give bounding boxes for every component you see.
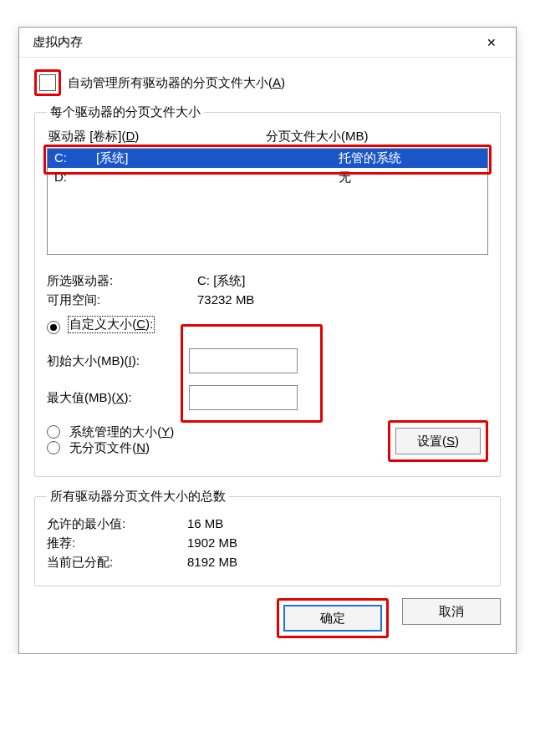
totals-group: 所有驱动器分页文件大小的总数 允许的最小值: 16 MB 推荐: 1902 MB…	[34, 489, 501, 586]
custom-size-grid: 初始大小(MB)(I): 最大值(MB)(X):	[47, 342, 488, 416]
per-drive-group: 每个驱动器的分页文件大小 驱动器 [卷标](D) 分页文件大小(MB) C: […	[34, 104, 501, 477]
cur-value: 8192 MB	[187, 555, 237, 571]
drive-list-wrap: C: [系统] 托管的系统 D: 无	[47, 148, 488, 255]
max-size-input[interactable]	[189, 385, 298, 410]
drive-listbox[interactable]: C: [系统] 托管的系统 D: 无	[47, 148, 488, 255]
selected-drive-row: 所选驱动器: C: [系统]	[47, 273, 488, 289]
min-label: 允许的最小值:	[47, 516, 187, 532]
rec-label: 推荐:	[47, 535, 187, 551]
highlight-ok-button: 确定	[277, 598, 389, 638]
highlight-auto-manage	[34, 69, 61, 96]
free-space-label: 可用空间:	[47, 292, 197, 308]
opt-none-label: 无分页文件(N)	[69, 440, 150, 456]
initial-size-label: 初始大小(MB)(I):	[47, 353, 189, 369]
dialog-body: 自动管理所有驱动器的分页文件大小(A) 每个驱动器的分页文件大小 驱动器 [卷标…	[19, 58, 516, 653]
highlight-set-button: 设置(S)	[388, 420, 488, 462]
pagefile-header-label: 分页文件大小(MB)	[266, 129, 369, 145]
max-size-row: 最大值(MB)(X):	[47, 379, 488, 416]
initial-size-input[interactable]	[189, 348, 298, 373]
auto-manage-row: 自动管理所有驱动器的分页文件大小(A)	[34, 69, 501, 96]
ok-button[interactable]: 确定	[283, 605, 382, 632]
cur-row: 当前已分配: 8192 MB	[47, 555, 488, 571]
selected-drive-label: 所选驱动器:	[47, 273, 197, 289]
auto-manage-label[interactable]: 自动管理所有驱动器的分页文件大小(A)	[68, 75, 285, 91]
close-icon[interactable]: ✕	[474, 30, 509, 55]
rec-value: 1902 MB	[187, 535, 237, 551]
radio-none[interactable]	[47, 441, 60, 454]
drive-list-header: 驱动器 [卷标](D) 分页文件大小(MB)	[47, 129, 488, 148]
cancel-button[interactable]: 取消	[402, 598, 501, 625]
opt-custom-size[interactable]: 自定义大小(C):	[47, 317, 488, 334]
drive-header-label: 驱动器 [卷标](D)	[48, 129, 266, 145]
per-drive-legend: 每个驱动器的分页文件大小	[47, 104, 204, 120]
dialog-title: 虚拟内存	[33, 34, 83, 50]
selected-drive-value: C: [系统]	[197, 273, 246, 289]
drive-row-c[interactable]: C: [系统] 托管的系统	[48, 149, 487, 168]
radio-custom[interactable]	[47, 321, 60, 334]
free-space-row: 可用空间: 73232 MB	[47, 292, 488, 308]
opt-custom-label: 自定义大小(C):	[69, 317, 154, 332]
set-button[interactable]: 设置(S)	[395, 428, 481, 454]
titlebar: 虚拟内存 ✕	[19, 28, 516, 58]
rec-row: 推荐: 1902 MB	[47, 535, 488, 551]
dialog-buttons: 确定 取消	[34, 598, 501, 638]
min-value: 16 MB	[187, 516, 223, 532]
totals-legend: 所有驱动器分页文件大小的总数	[47, 489, 229, 505]
auto-manage-checkbox[interactable]	[39, 74, 56, 91]
drive-row-d[interactable]: D: 无	[48, 168, 487, 187]
cur-label: 当前已分配:	[47, 555, 187, 571]
max-size-label: 最大值(MB)(X):	[47, 390, 189, 406]
free-space-value: 73232 MB	[197, 292, 254, 308]
selected-drive-block: 所选驱动器: C: [系统] 可用空间: 73232 MB	[47, 273, 488, 308]
initial-size-row: 初始大小(MB)(I):	[47, 342, 488, 379]
radio-system[interactable]	[47, 425, 60, 439]
virtual-memory-dialog: 虚拟内存 ✕ 自动管理所有驱动器的分页文件大小(A) 每个驱动器的分页文件大小 …	[18, 27, 517, 654]
min-row: 允许的最小值: 16 MB	[47, 516, 488, 532]
opt-system-label: 系统管理的大小(Y)	[69, 424, 175, 440]
